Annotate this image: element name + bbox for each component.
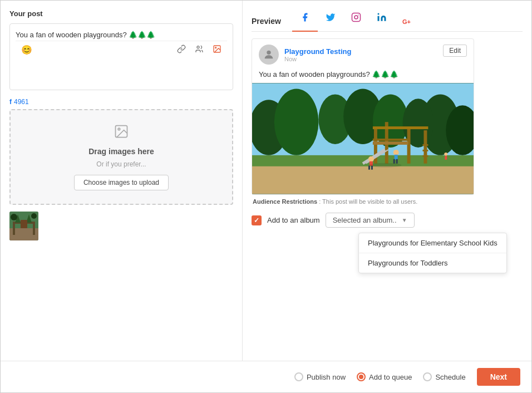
upload-image-icon	[114, 124, 129, 143]
svg-point-4	[118, 128, 120, 130]
svg-point-44	[368, 156, 374, 162]
svg-rect-53	[445, 156, 447, 160]
svg-point-54	[368, 163, 402, 168]
preview-image	[252, 83, 474, 194]
image-icon[interactable]	[213, 45, 221, 56]
svg-point-17	[358, 14, 359, 16]
tab-linkedin[interactable]	[369, 10, 395, 32]
your-post-title: Your post	[9, 9, 233, 18]
album-option-toddlers[interactable]: Playgrounds for Toddlers	[359, 253, 506, 273]
svg-point-16	[354, 16, 358, 19]
choose-images-button[interactable]: Choose images to upload	[74, 175, 169, 190]
svg-point-25	[274, 89, 319, 155]
tab-instagram[interactable]	[343, 10, 369, 32]
schedule-radio[interactable]	[423, 372, 432, 381]
schedule-label: Schedule	[435, 373, 465, 381]
album-dropdown[interactable]: Selected an album.. ▼	[326, 213, 415, 228]
avatar	[259, 45, 279, 65]
link-icon[interactable]	[177, 45, 186, 56]
svg-rect-50	[393, 159, 395, 164]
edit-button[interactable]: Edit	[443, 45, 467, 57]
googleplus-label: G+	[402, 18, 411, 25]
svg-rect-8	[33, 223, 35, 235]
card-identity: Playground Testing Now	[284, 47, 351, 62]
svg-rect-46	[368, 166, 370, 170]
svg-point-52	[444, 153, 447, 156]
tab-facebook[interactable]	[292, 10, 318, 32]
post-text-content: You a fan of wooden playgrounds? 🌲🌲🌲	[16, 30, 227, 41]
right-panel: Preview	[243, 1, 531, 361]
album-dropdown-menu: Playgrounds for Elementary School Kids P…	[358, 233, 507, 273]
publish-now-option[interactable]: Publish now	[294, 372, 346, 381]
add-to-queue-label: Add to queue	[369, 373, 412, 381]
upload-zone[interactable]: Drag images here Or if you prefer... Cho…	[9, 109, 233, 205]
char-count-row: f 4961	[9, 98, 233, 106]
svg-rect-51	[396, 159, 398, 164]
svg-rect-33	[407, 127, 411, 164]
svg-point-20	[267, 51, 270, 55]
svg-rect-36	[373, 126, 428, 129]
publish-now-radio[interactable]	[294, 372, 303, 381]
svg-rect-37	[373, 139, 408, 141]
drag-images-title: Drag images here	[88, 147, 154, 156]
bottom-bar: Publish now Add to queue Schedule Next	[1, 361, 531, 392]
tab-twitter[interactable]	[318, 10, 343, 32]
tab-googleplus[interactable]: G+	[395, 10, 418, 32]
chevron-down-icon: ▼	[402, 217, 407, 223]
album-option-elementary[interactable]: Playgrounds for Elementary School Kids	[359, 233, 506, 253]
svg-rect-41	[422, 144, 428, 146]
svg-point-2	[215, 47, 216, 48]
add-to-queue-radio[interactable]	[357, 372, 366, 381]
svg-point-19	[377, 13, 379, 15]
audience-label: Audience Restrictions	[253, 198, 317, 205]
svg-rect-15	[352, 13, 360, 22]
post-text-area[interactable]: You a fan of wooden playgrounds? 🌲🌲🌲 😊	[9, 23, 233, 90]
card-post-text: You a fan of wooden playgrounds? 🌲🌲🌲	[252, 68, 474, 83]
add-to-queue-option[interactable]: Add to queue	[357, 372, 412, 381]
page-name: Playground Testing	[284, 47, 351, 56]
publish-now-label: Publish now	[307, 373, 346, 381]
schedule-option[interactable]: Schedule	[423, 372, 465, 381]
add-to-album-label: Add to an album	[267, 216, 320, 224]
svg-rect-12	[21, 220, 27, 228]
svg-rect-42	[422, 150, 428, 151]
svg-rect-18	[377, 16, 379, 21]
char-count-value: 4961	[14, 98, 29, 106]
svg-rect-23	[252, 155, 474, 166]
svg-point-14	[31, 213, 37, 219]
svg-rect-40	[373, 141, 408, 145]
thumbnail-row	[9, 212, 233, 240]
add-to-album-checkbox[interactable]	[252, 215, 262, 225]
people-icon[interactable]	[195, 45, 204, 56]
svg-point-13	[11, 214, 17, 220]
preview-card: Playground Testing Now Edit You a fan of…	[252, 38, 474, 195]
svg-rect-7	[13, 223, 15, 235]
left-panel: Your post You a fan of wooden playground…	[1, 1, 243, 361]
svg-point-0	[197, 46, 199, 48]
image-thumbnail[interactable]	[9, 212, 38, 240]
audience-text: Audience Restrictions : This post will b…	[252, 195, 523, 205]
svg-rect-35	[423, 130, 427, 164]
fb-icon-small: f	[9, 98, 12, 106]
album-dropdown-value: Selected an album..	[333, 216, 397, 224]
preview-card-header: Playground Testing Now Edit	[252, 39, 474, 68]
svg-rect-49	[395, 155, 398, 160]
svg-rect-43	[422, 155, 428, 157]
audience-description: : This post will be visible to all users…	[319, 198, 417, 205]
album-row: Add to an album Selected an album.. ▼ Pl…	[252, 213, 523, 228]
next-button[interactable]: Next	[477, 368, 520, 386]
preview-title: Preview	[252, 17, 281, 31]
svg-point-48	[393, 150, 399, 155]
social-tabs: G+	[292, 9, 418, 31]
toolbar-row: 😊	[16, 41, 227, 59]
or-if-prefer-text: Or if you prefer...	[96, 160, 146, 168]
emoji-icon[interactable]: 😊	[21, 45, 32, 55]
post-time: Now	[284, 56, 351, 62]
